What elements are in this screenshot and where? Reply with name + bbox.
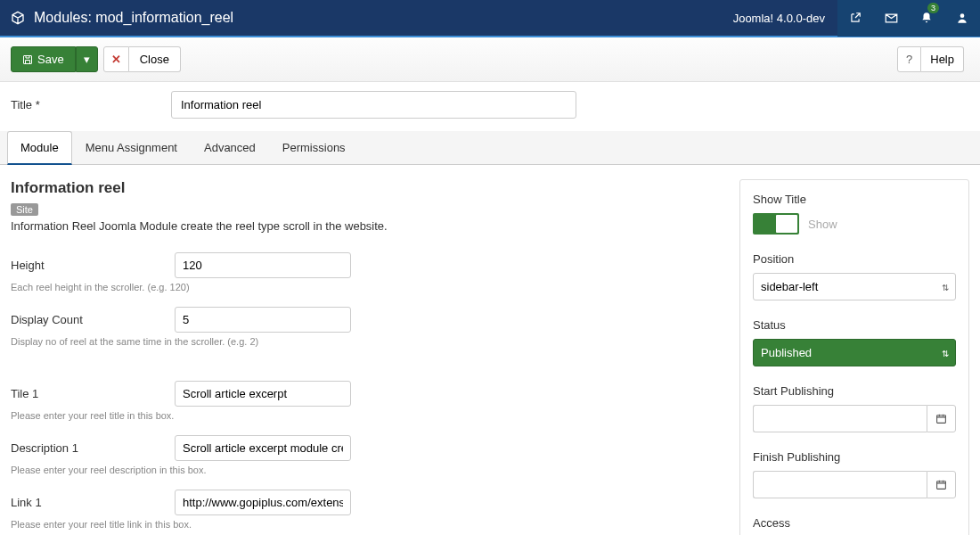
show-title-label: Show Title — [753, 193, 956, 206]
page-title: Modules: mod_information_reel — [34, 10, 233, 26]
save-button[interactable]: Save — [11, 46, 76, 72]
field-hint: Please enter your reel title in this box… — [11, 410, 725, 421]
action-toolbar: Save ▾ ✕ Close ? Help — [0, 37, 980, 82]
field-hint: Each reel height in the scroller. (e.g. … — [11, 282, 725, 292]
module-description: Information Reel Joomla Module create th… — [11, 219, 725, 233]
field-hint: Display no of reel at the same time in t… — [11, 336, 725, 347]
tab-module[interactable]: Module — [7, 131, 72, 165]
finish-publishing-calendar-button[interactable] — [927, 471, 956, 498]
save-dropdown-button[interactable]: ▾ — [76, 46, 98, 72]
field-hint: Please enter your reel description in th… — [11, 465, 725, 475]
field-label-height: Height — [11, 259, 175, 272]
help-button[interactable]: Help — [921, 46, 964, 72]
finish-publishing-input[interactable] — [753, 471, 927, 498]
save-icon — [22, 54, 33, 65]
close-button[interactable]: Close — [129, 46, 181, 72]
external-link-button[interactable] — [837, 0, 873, 37]
tab-menu-assignment[interactable]: Menu Assignment — [72, 131, 191, 165]
close-x-button[interactable]: ✕ — [103, 46, 129, 72]
calendar-icon — [935, 479, 947, 490]
field-label-desc1: Description 1 — [11, 441, 175, 455]
height-input[interactable] — [175, 252, 351, 278]
svg-rect-3 — [937, 482, 946, 490]
field-label-link1: Link 1 — [11, 496, 175, 509]
sidebar-panel: Show Title Show Position sidebar-left ⇅ … — [739, 179, 969, 535]
title-row: Title * — [0, 82, 980, 131]
start-publishing-calendar-button[interactable] — [927, 405, 956, 432]
start-publishing-input[interactable] — [753, 405, 927, 432]
link1-input[interactable] — [175, 490, 351, 515]
close-icon: ✕ — [111, 53, 121, 66]
title-label: Title * — [11, 98, 162, 111]
calendar-icon — [935, 413, 947, 424]
tile1-input[interactable] — [175, 381, 351, 407]
description1-input[interactable] — [175, 435, 351, 461]
toggle-state-text: Show — [808, 218, 837, 231]
notifications-button[interactable]: 3 — [909, 0, 944, 37]
field-hint: Please enter your reel title link in thi… — [11, 519, 725, 530]
question-icon: ? — [906, 53, 912, 66]
cube-icon — [11, 11, 25, 25]
svg-rect-2 — [937, 416, 946, 424]
status-label: Status — [753, 318, 956, 332]
title-input[interactable] — [171, 91, 576, 119]
show-title-toggle[interactable] — [753, 213, 799, 235]
position-select[interactable]: sidebar-left — [753, 273, 956, 300]
display-count-input[interactable] — [175, 307, 351, 333]
field-label-tile1: Tile 1 — [11, 387, 175, 400]
main-column: Information reel Site Information Reel J… — [11, 179, 725, 535]
module-heading: Information reel — [11, 179, 725, 197]
mail-button[interactable] — [873, 0, 909, 37]
start-publishing-label: Start Publishing — [753, 384, 956, 398]
top-navbar: Modules: mod_information_reel Joomla! 4.… — [0, 0, 980, 37]
help-q-button[interactable]: ? — [897, 46, 921, 72]
tab-permissions[interactable]: Permissions — [269, 131, 359, 165]
version-label: Joomla! 4.0.0-dev — [721, 12, 837, 25]
caret-down-icon: ▾ — [84, 53, 90, 66]
access-label: Access — [753, 516, 956, 530]
status-select[interactable]: Published — [753, 339, 956, 366]
position-label: Position — [753, 252, 956, 266]
finish-publishing-label: Finish Publishing — [753, 450, 956, 464]
notification-count-badge: 3 — [927, 3, 939, 13]
tabs: Module Menu Assignment Advanced Permissi… — [0, 131, 980, 165]
user-button[interactable] — [944, 0, 980, 37]
tab-advanced[interactable]: Advanced — [191, 131, 269, 165]
field-label-display-count: Display Count — [11, 313, 175, 326]
site-badge: Site — [11, 203, 38, 216]
svg-point-0 — [960, 13, 965, 18]
